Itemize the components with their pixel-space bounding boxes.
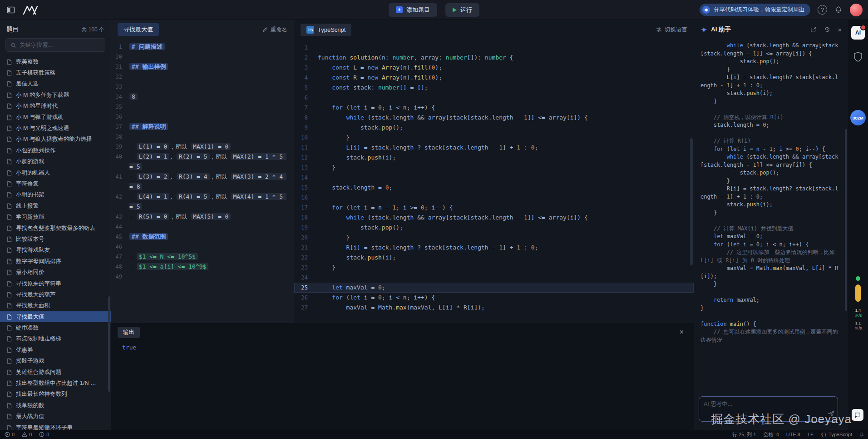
- output-tab[interactable]: 输出: [118, 327, 140, 338]
- markdown-line[interactable]: 36: [111, 112, 294, 122]
- markdown-line[interactable]: 33: [111, 82, 294, 92]
- sidebar-item[interactable]: 小明的书架: [0, 190, 111, 200]
- markdown-line[interactable]: 1# 问题描述: [111, 42, 294, 52]
- code-line[interactable]: 23 }: [294, 263, 694, 273]
- code-line[interactable]: 17 for (let i = n - 1; i >= 0; i--) {: [294, 203, 694, 213]
- sidebar-item[interactable]: 小明的机器人: [0, 167, 111, 178]
- close-icon[interactable]: ×: [680, 328, 684, 336]
- markdown-lines[interactable]: 1# 问题描述3031## 输出样例3233348353637## 解释说明38…: [111, 39, 294, 282]
- indent-setting[interactable]: 空格: 4: [764, 431, 779, 438]
- code-line[interactable]: 2function solution(n: number, array: num…: [294, 53, 694, 63]
- sidebar-item[interactable]: 寻找包含斐波那契数最多的链表: [0, 223, 111, 234]
- status-bell-icon[interactable]: [859, 432, 864, 437]
- sidebar-item[interactable]: 小 M 与光明之魂速通: [0, 123, 111, 134]
- markdown-line[interactable]: 43- R(5) = 0，所以 MAX(5) = 0: [111, 212, 294, 222]
- sidebar-item[interactable]: 字符修复: [0, 178, 111, 189]
- markdown-line[interactable]: 37## 解释说明: [111, 122, 294, 132]
- code-line[interactable]: 4 const R = new Array(n).fill(0);: [294, 73, 694, 83]
- code-line[interactable]: 5 const stack: number[] = [];: [294, 83, 694, 93]
- app-logo-icon[interactable]: [23, 5, 38, 15]
- warning-count[interactable]: 0: [22, 432, 32, 437]
- add-problem-button[interactable]: + 添加题目: [389, 3, 437, 17]
- markdown-line[interactable]: 44: [111, 222, 294, 232]
- sidebar-item[interactable]: 寻找最大面积: [0, 300, 111, 311]
- sidebar-item[interactable]: 找出最长的神奇数列: [0, 389, 111, 400]
- notifications-bell-icon[interactable]: [834, 6, 843, 14]
- shield-icon[interactable]: [853, 52, 863, 64]
- markdown-tab[interactable]: 寻找最大值: [118, 23, 159, 36]
- code-line[interactable]: 1: [294, 43, 694, 53]
- code-line[interactable]: 25 let maxVal = 0;: [294, 283, 694, 293]
- sidebar-item[interactable]: 完美整数: [0, 56, 111, 67]
- sidebar-item[interactable]: 小 M 与狼人拯救者的能力选择: [0, 134, 111, 145]
- markdown-line[interactable]: 40- L(2) = 1, R(2) = 5，所以 MAX(2) = 1 * 5…: [111, 152, 294, 172]
- markdown-line[interactable]: 30: [111, 52, 294, 62]
- rename-button[interactable]: 重命名: [262, 26, 288, 34]
- cursor-position[interactable]: 行 25, 列 1: [732, 431, 756, 438]
- code-line[interactable]: 22 stack.push(i);: [294, 253, 694, 263]
- sidebar-item[interactable]: 字符串最短循环环子串: [0, 422, 111, 430]
- typescript-tab[interactable]: TS TypeScript: [301, 24, 351, 36]
- floating-widget[interactable]: [852, 409, 863, 421]
- code-lines[interactable]: 12function solution(n: number, array: nu…: [294, 39, 694, 313]
- code-line[interactable]: 24: [294, 273, 694, 283]
- encoding[interactable]: UTF-8: [786, 432, 800, 437]
- user-avatar[interactable]: [850, 4, 863, 16]
- sidebar-item[interactable]: 学习新技能: [0, 211, 111, 222]
- code-line[interactable]: 12 stack.push(i);: [294, 153, 694, 163]
- sidebar-item[interactable]: 寻找原来的字符串: [0, 278, 111, 289]
- code-line[interactable]: 21 R[i] = stack.length ? stack[stack.len…: [294, 243, 694, 253]
- extension-302m-badge[interactable]: 302M: [850, 110, 866, 125]
- language-mode[interactable]: {} TypeScript: [821, 432, 852, 438]
- code-line[interactable]: 18 while (stack.length && array[stack[st…: [294, 213, 694, 223]
- code-line[interactable]: 8 while (stack.length && array[stack[sta…: [294, 113, 694, 123]
- markdown-line[interactable]: 38: [111, 132, 294, 142]
- code-line[interactable]: 15 stack.length = 0;: [294, 183, 694, 193]
- sidebar-item[interactable]: 摇骰子游戏: [0, 356, 111, 367]
- info-count[interactable]: 0: [39, 432, 49, 437]
- ai-content[interactable]: while (stack.length && array[stack[stack…: [694, 40, 843, 377]
- sidebar-item[interactable]: 小 M 与弹子游戏机: [0, 112, 111, 123]
- error-count[interactable]: 0: [5, 432, 15, 437]
- code-line[interactable]: 3 const L = new Array(n).fill(0);: [294, 63, 694, 73]
- markdown-line[interactable]: 39- L(1) = 0，所以 MAX(1) = 0: [111, 142, 294, 152]
- sidebar-item[interactable]: 小 M 的多任务下载器: [0, 90, 111, 100]
- sidebar-item[interactable]: 数字字母间隔排序: [0, 256, 111, 267]
- close-icon[interactable]: ×: [838, 26, 842, 34]
- sidebar-item[interactable]: 找出整型数组中占比超过 1/N …: [0, 378, 111, 389]
- open-in-window-icon[interactable]: [810, 26, 817, 33]
- markdown-line[interactable]: 42- L(4) = 1, R(4) = 5，所以 MAX(4) = 1 * 5…: [111, 192, 294, 212]
- code-line[interactable]: 27 maxVal = Math.max(maxVal, L[i] * R[i]…: [294, 303, 694, 313]
- code-line[interactable]: 20 }: [294, 233, 694, 243]
- code-line[interactable]: 19 stack.pop();: [294, 223, 694, 233]
- sidebar-item[interactable]: 硬币凑数: [0, 322, 111, 333]
- search-input[interactable]: [20, 42, 100, 48]
- sidebar-item[interactable]: 线上报警: [0, 200, 111, 211]
- sidebar-item[interactable]: 小包的数列操作: [0, 145, 111, 156]
- code-line[interactable]: 14: [294, 173, 694, 183]
- markdown-line[interactable]: 32: [111, 72, 294, 82]
- sidebar-item[interactable]: 小超的游戏: [0, 156, 111, 167]
- markdown-line[interactable]: 348: [111, 92, 294, 102]
- sidebar-item[interactable]: 找单独的数: [0, 400, 111, 411]
- help-button[interactable]: ?: [818, 5, 827, 15]
- sidebar-item[interactable]: 有点限制地走楼梯: [0, 334, 111, 344]
- sidebar-item[interactable]: 寻找最大值: [0, 311, 111, 322]
- ai-scrollbar[interactable]: [845, 129, 847, 311]
- markdown-line[interactable]: 31## 输出样例: [111, 62, 294, 72]
- yellow-widget[interactable]: [855, 284, 861, 302]
- ai-extension-badge[interactable]: AI: [851, 26, 865, 40]
- sidebar-item[interactable]: 最小相同价: [0, 267, 111, 278]
- promo-badge[interactable]: 分享代码练习体验，领限量定制周边: [700, 4, 810, 16]
- code-line[interactable]: 7 for (let i = 0; i < n; i++) {: [294, 103, 694, 113]
- sidebar-item[interactable]: 最大战力值: [0, 411, 111, 422]
- switch-language-button[interactable]: 切换语言: [656, 26, 687, 34]
- markdown-line[interactable]: 47- $1 <= N <= 10^5$: [111, 252, 294, 262]
- code-line[interactable]: 13 }: [294, 163, 694, 173]
- markdown-line[interactable]: 35: [111, 102, 294, 112]
- sidebar-scrollbar[interactable]: [108, 296, 110, 392]
- history-icon[interactable]: [824, 26, 830, 33]
- markdown-line[interactable]: 45## 数据范围: [111, 232, 294, 242]
- code-line[interactable]: 10 }: [294, 133, 694, 143]
- code-line[interactable]: 6: [294, 93, 694, 103]
